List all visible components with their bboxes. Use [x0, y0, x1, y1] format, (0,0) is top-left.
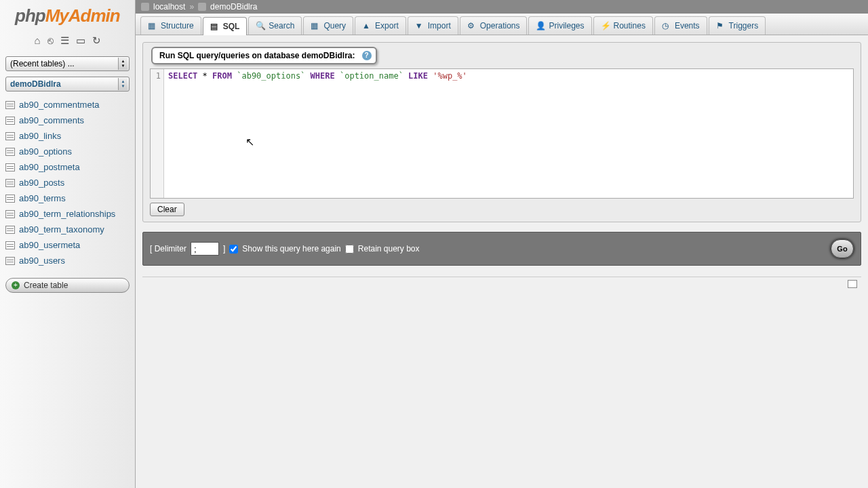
routines-icon: ⚡: [601, 21, 610, 30]
tab-triggers[interactable]: ⚑Triggers: [709, 16, 766, 35]
table-link[interactable]: ab90_options: [4, 144, 135, 159]
table-name: ab90_term_relationships: [19, 207, 115, 220]
top-tabs: ▦Structure▤SQL🔍Search▦Query▲Export▼Impor…: [136, 14, 868, 35]
panel-title: Run SQL query/queries on database demoDB…: [151, 47, 377, 64]
retain-checkbox[interactable]: [345, 245, 354, 253]
sidebar-icon-row: ⌂ ⎋ ☰ ▭ ↻: [0, 30, 135, 54]
table-name: ab90_terms: [19, 192, 66, 205]
structure-icon: ▦: [148, 21, 157, 30]
privileges-icon: 👤: [536, 21, 545, 30]
tab-label: Privileges: [549, 21, 584, 30]
table-name: ab90_options: [19, 145, 72, 158]
breadcrumb-db[interactable]: demoDBidlra: [210, 2, 257, 12]
sql-panel: Run SQL query/queries on database demoDB…: [142, 42, 861, 222]
show-again-label[interactable]: Show this query here again: [242, 244, 340, 253]
docs-icon[interactable]: ▭: [76, 35, 85, 47]
clear-button[interactable]: Clear: [150, 203, 184, 216]
tab-label: Query: [323, 21, 346, 30]
table-icon: [5, 163, 15, 171]
options-bar: [ Delimiter ] Show this query here again…: [142, 232, 861, 266]
tab-search[interactable]: 🔍Search: [248, 16, 302, 35]
main: localhost » demoDBidlra ▦Structure▤SQL🔍S…: [136, 0, 868, 488]
tab-label: Triggers: [729, 21, 759, 30]
database-select[interactable]: demoDBidlra ▲▼: [5, 77, 130, 92]
table-icon: [5, 101, 15, 109]
table-name: ab90_term_taxonomy: [19, 223, 104, 236]
footer-bar: [142, 277, 861, 291]
line-gutter: 1: [151, 69, 164, 198]
tab-operations[interactable]: ⚙Operations: [460, 16, 528, 35]
table-name: ab90_users: [19, 254, 65, 267]
operations-icon: ⚙: [467, 21, 477, 30]
table-link[interactable]: ab90_posts: [4, 175, 135, 190]
table-icon: [5, 257, 15, 265]
table-link[interactable]: ab90_users: [4, 253, 135, 268]
logout-icon[interactable]: ⎋: [47, 35, 54, 47]
tab-events[interactable]: ◷Events: [654, 16, 707, 35]
plus-icon: +: [12, 281, 20, 289]
tab-sql[interactable]: ▤SQL: [203, 17, 248, 35]
tab-structure[interactable]: ▦Structure: [140, 16, 201, 35]
export-icon: ▲: [362, 21, 372, 30]
table-icon: [5, 195, 15, 203]
table-name: ab90_postmeta: [19, 161, 80, 174]
sql-code[interactable]: SELECT * FROM `ab90_options` WHERE `opti…: [164, 69, 471, 198]
table-link[interactable]: ab90_postmeta: [4, 159, 135, 175]
table-link[interactable]: ab90_usermeta: [4, 237, 135, 253]
help-icon[interactable]: ?: [362, 51, 372, 60]
table-icon: [5, 226, 15, 234]
triggers-icon: ⚑: [716, 21, 726, 30]
sidebar: phpMyAdmin ⌂ ⎋ ☰ ▭ ↻ (Recent tables) ...…: [0, 0, 136, 488]
show-again-checkbox[interactable]: [229, 245, 238, 253]
tab-label: Search: [269, 21, 294, 30]
sql-editor[interactable]: 1 SELECT * FROM `ab90_options` WHERE `op…: [150, 68, 854, 199]
table-icon: [5, 117, 15, 125]
breadcrumb-host[interactable]: localhost: [153, 2, 185, 12]
import-icon: ▼: [415, 21, 425, 30]
logo[interactable]: phpMyAdmin: [0, 0, 135, 30]
tab-label: Import: [428, 21, 451, 30]
tab-routines[interactable]: ⚡Routines: [593, 16, 653, 35]
search-icon: 🔍: [256, 21, 265, 30]
retain-label[interactable]: Retain query box: [358, 244, 420, 253]
open-window-icon[interactable]: [848, 280, 857, 288]
delimiter-label: [ Delimiter: [150, 244, 186, 253]
table-icon: [5, 179, 15, 187]
table-icon: [5, 148, 15, 156]
home-icon[interactable]: ⌂: [34, 35, 40, 47]
tab-label: Operations: [480, 21, 520, 30]
delimiter-input[interactable]: [191, 242, 219, 256]
table-name: ab90_comments: [19, 114, 84, 127]
table-link[interactable]: ab90_term_relationships: [4, 206, 135, 222]
breadcrumb: localhost » demoDBidlra: [136, 0, 868, 14]
table-icon: [5, 241, 15, 249]
server-icon: [141, 3, 149, 11]
table-name: ab90_commentmeta: [19, 98, 100, 111]
tab-label: Routines: [614, 21, 646, 30]
tab-privileges[interactable]: 👤Privileges: [528, 16, 591, 35]
tab-label: SQL: [223, 22, 240, 31]
table-icon: [5, 132, 15, 140]
table-link[interactable]: ab90_comments: [4, 113, 135, 128]
tab-label: Export: [375, 21, 399, 30]
table-name: ab90_posts: [19, 176, 64, 189]
delimiter-close: ]: [223, 244, 225, 253]
tab-import[interactable]: ▼Import: [408, 16, 458, 35]
go-button[interactable]: Go: [831, 239, 854, 258]
table-link[interactable]: ab90_terms: [4, 190, 135, 206]
table-name: ab90_usermeta: [19, 239, 80, 251]
table-link[interactable]: ab90_term_taxonomy: [4, 222, 135, 237]
table-link[interactable]: ab90_links: [4, 128, 135, 144]
query-icon: ▦: [311, 21, 320, 30]
events-icon: ◷: [662, 21, 671, 30]
create-table-button[interactable]: + Create table: [5, 278, 130, 293]
table-list: ab90_commentmetaab90_commentsab90_linksa…: [0, 94, 135, 274]
table-link[interactable]: ab90_commentmeta: [4, 97, 135, 113]
tab-query[interactable]: ▦Query: [303, 16, 353, 35]
reload-icon[interactable]: ↻: [92, 35, 101, 47]
query-window-icon[interactable]: ☰: [60, 35, 69, 47]
recent-tables-select[interactable]: (Recent tables) ... ▲▼: [5, 56, 130, 71]
tab-export[interactable]: ▲Export: [355, 16, 406, 35]
table-name: ab90_links: [19, 129, 61, 142]
tab-label: Structure: [161, 21, 194, 30]
